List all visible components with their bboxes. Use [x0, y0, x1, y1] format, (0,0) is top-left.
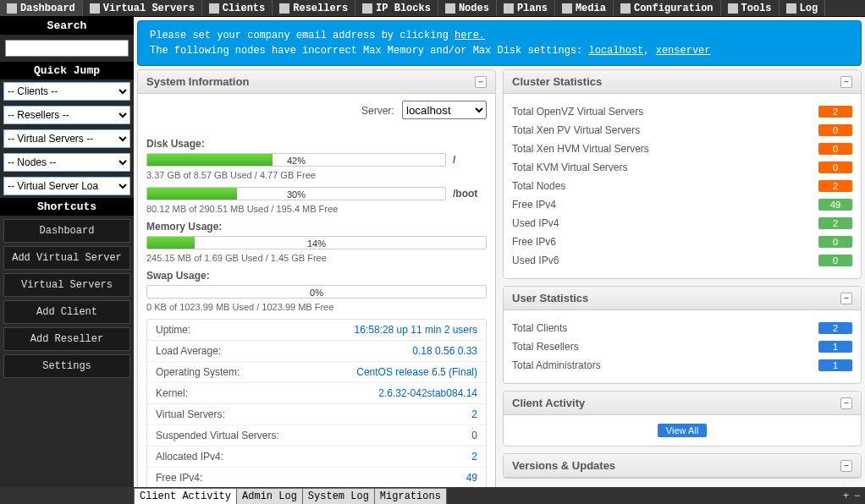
shortcut-add-reseller[interactable]: Add Reseller [3, 327, 130, 351]
shortcut-dashboard[interactable]: Dashboard [3, 219, 130, 243]
home-icon [7, 3, 17, 14]
server-icon [90, 3, 100, 14]
sysinfo-title: System Information [146, 75, 249, 88]
shortcut-settings[interactable]: Settings [3, 354, 130, 378]
panel-versions: Versions & Updates– [503, 453, 862, 479]
plan-icon [504, 3, 514, 14]
bottom-bar: Client Activity Admin Log System Log Mig… [0, 487, 865, 504]
btab-migrations[interactable]: Migrations [374, 488, 447, 504]
log-icon [786, 3, 796, 14]
nav-virtual-servers[interactable]: Virtual Servers [83, 0, 202, 16]
nav-log[interactable]: Log [780, 0, 826, 16]
qj-clients[interactable]: -- Clients -- [3, 82, 130, 101]
alert-link-localhost[interactable]: localhost [588, 45, 643, 57]
users-icon [279, 3, 289, 14]
shortcut-add-vserver[interactable]: Add Virtual Server [3, 246, 130, 270]
alert-link-here[interactable]: here. [455, 30, 485, 41]
nav-plans[interactable]: Plans [497, 0, 555, 16]
shortcut-vservers[interactable]: Virtual Servers [3, 273, 130, 297]
ip-icon [362, 3, 372, 14]
panel-client-activity: Client Activity– View All [503, 391, 862, 446]
info-row: Kernel:2.6.32-042stab084.14 [147, 383, 486, 404]
top-nav: Dashboard Virtual Servers Clients Resell… [0, 0, 865, 17]
nav-clients[interactable]: Clients [202, 0, 273, 16]
info-row: Allocated IPv4:2 [147, 446, 486, 468]
btab-admin-log[interactable]: Admin Log [236, 488, 303, 504]
collapse-icon[interactable]: – [840, 460, 852, 472]
search-header: Search [0, 17, 134, 35]
search-input[interactable] [5, 40, 129, 57]
nav-media[interactable]: Media [555, 0, 614, 16]
alert-bar: Please set your company email address by… [137, 20, 862, 66]
info-row: Operating System:CentOS release 6.5 (Fin… [147, 362, 486, 383]
panel-system-info: System Information – Server: localhost D… [137, 69, 496, 487]
collapse-icon[interactable]: – [840, 76, 852, 88]
user-icon [209, 3, 219, 14]
info-row: Load Average:0.18 0.56 0.33 [147, 341, 486, 362]
info-row: Free IPv4:49 [147, 468, 486, 487]
gear-icon [620, 3, 631, 14]
collapse-icon[interactable]: – [475, 76, 487, 88]
collapse-icon[interactable]: – [840, 397, 852, 409]
info-row: Uptime:16:58:28 up 11 min 2 users [147, 320, 486, 341]
panel-user-stats: User Statistics– Total Clients2 Total Re… [503, 286, 862, 384]
shortcut-add-client[interactable]: Add Client [3, 300, 130, 324]
btab-client-activity[interactable]: Client Activity [134, 488, 237, 504]
shortcuts-header: Shortcuts [0, 198, 134, 216]
disk-root-bar: 42% [146, 153, 446, 167]
collapse-icon[interactable]: – [840, 293, 852, 304]
minus-icon[interactable]: − [854, 490, 860, 501]
nav-configuration[interactable]: Configuration [614, 0, 721, 16]
nav-resellers[interactable]: Resellers [273, 0, 355, 16]
panel-cluster-stats: Cluster Statistics– Total OpenVZ Virtual… [503, 69, 862, 279]
server-select[interactable]: localhost [402, 101, 487, 119]
nav-nodes[interactable]: Nodes [438, 0, 497, 16]
plus-icon[interactable]: + [843, 490, 849, 501]
qj-vservers[interactable]: -- Virtual Servers -- [3, 129, 130, 148]
info-row: Suspended Virtual Servers:0 [147, 425, 486, 446]
qj-vsload[interactable]: -- Virtual Server Loa [3, 177, 130, 195]
info-table: Uptime:16:58:28 up 11 min 2 users Load A… [146, 319, 487, 487]
info-row: Virtual Servers:2 [147, 404, 486, 425]
mem-usage-label: Memory Usage: [146, 221, 487, 233]
wrench-icon [728, 3, 738, 14]
nav-tools[interactable]: Tools [721, 0, 780, 16]
swap-bar: 0% [146, 285, 487, 299]
qj-resellers[interactable]: -- Resellers -- [3, 106, 130, 124]
mem-bar: 14% [146, 236, 487, 249]
qj-nodes[interactable]: -- Nodes -- [3, 153, 130, 172]
server-label: Server: [361, 105, 394, 117]
media-icon [562, 3, 572, 14]
disk-boot-bar: 30% [146, 187, 446, 200]
quickjump-header: Quick Jump [0, 62, 134, 79]
disk-usage-label: Disk Usage: [146, 138, 487, 150]
swap-usage-label: Swap Usage: [146, 270, 487, 282]
alert-link-xenserver[interactable]: xenserver [656, 45, 711, 57]
nav-ip-blocks[interactable]: IP Blocks [355, 0, 438, 16]
node-icon [445, 3, 455, 14]
nav-dashboard[interactable]: Dashboard [0, 0, 83, 16]
view-all-button[interactable]: View All [658, 424, 707, 437]
sidebar: Search Quick Jump -- Clients -- -- Resel… [0, 17, 134, 487]
btab-system-log[interactable]: System Log [302, 488, 375, 504]
